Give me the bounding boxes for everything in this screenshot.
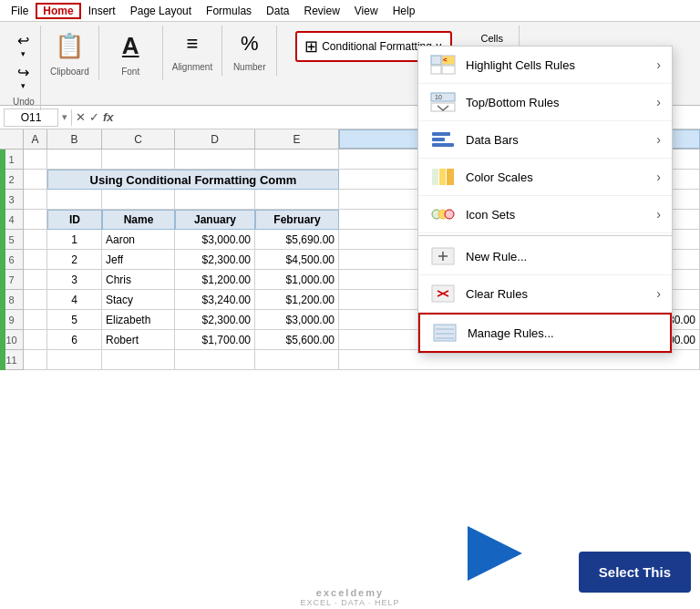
menu-home[interactable]: Home (36, 3, 80, 19)
cell-d10[interactable]: $1,700.00 (175, 330, 255, 350)
top-bottom-rules-item[interactable]: 10 Top/Bottom Rules › (418, 84, 672, 121)
cell-c11[interactable] (102, 350, 175, 370)
cell-a5[interactable] (24, 230, 47, 250)
cell-d9[interactable]: $2,300.00 (175, 310, 255, 330)
cell-d1[interactable] (175, 150, 255, 170)
alignment-button[interactable]: ≡ (182, 29, 203, 58)
cell-b9[interactable]: 5 (47, 310, 102, 330)
cell-e11[interactable] (255, 350, 339, 370)
select-this-button[interactable]: Select This (579, 552, 691, 593)
cell-a10[interactable] (24, 330, 47, 350)
redo-button[interactable]: ↪ ▾ (13, 61, 34, 93)
cell-a8[interactable] (24, 290, 47, 310)
undo-icon: ↩ (17, 32, 29, 49)
col-header-e[interactable]: E (255, 129, 339, 149)
cell-b1[interactable] (47, 150, 102, 170)
col-header-b[interactable]: B (47, 129, 102, 149)
number-button[interactable]: % (236, 29, 263, 58)
new-rule-item[interactable]: New Rule... (418, 238, 672, 275)
cell-e8[interactable]: $1,200.00 (255, 290, 339, 310)
cell-a1[interactable] (24, 150, 47, 170)
color-scales-item[interactable]: Color Scales › (418, 159, 672, 196)
cell-e5[interactable]: $5,690.00 (255, 230, 339, 250)
highlight-cells-rules-item[interactable]: < Highlight Cells Rules › (418, 46, 672, 84)
cell-b6[interactable]: 2 (47, 250, 102, 270)
cell-b8[interactable]: 4 (47, 290, 102, 310)
font-icon: A (122, 32, 139, 60)
undo-button[interactable]: ↩ ▾ (13, 29, 34, 61)
header-january[interactable]: January (175, 210, 255, 230)
menu-help[interactable]: Help (386, 3, 423, 19)
cell-d8[interactable]: $3,240.00 (175, 290, 255, 310)
col-header-a[interactable]: A (24, 129, 47, 149)
top-bottom-arrow: › (656, 95, 661, 109)
col-header-d[interactable]: D (175, 129, 255, 149)
cell-b7[interactable]: 3 (47, 270, 102, 290)
cell-e3[interactable] (255, 190, 339, 210)
cell-e7[interactable]: $1,000.00 (255, 270, 339, 290)
menu-bar: File Home Insert Page Layout Formulas Da… (0, 0, 700, 22)
cell-reference-input[interactable] (4, 108, 58, 127)
font-group: A Font (99, 26, 163, 80)
cell-ref-dropdown[interactable]: ▾ (62, 111, 67, 123)
cell-e6[interactable]: $4,500.00 (255, 250, 339, 270)
cell-a7[interactable] (24, 270, 47, 290)
cell-c1[interactable] (102, 150, 175, 170)
title-cell[interactable]: Using Conditional Formatting Comm (47, 170, 339, 190)
insert-function-icon[interactable]: fx (103, 110, 114, 124)
header-id[interactable]: ID (47, 210, 102, 230)
cf-icon: ⊞ (304, 36, 318, 57)
cell-a9[interactable] (24, 310, 47, 330)
menu-view[interactable]: View (347, 3, 386, 19)
cell-d5[interactable]: $3,000.00 (175, 230, 255, 250)
cell-e10[interactable]: $5,600.00 (255, 330, 339, 350)
cell-e9[interactable]: $3,000.00 (255, 310, 339, 330)
cell-c5[interactable]: Aaron (102, 230, 175, 250)
menu-review[interactable]: Review (296, 3, 346, 19)
cell-c7[interactable]: Chris (102, 270, 175, 290)
cell-d3[interactable] (175, 190, 255, 210)
cell-c10[interactable]: Robert (102, 330, 175, 350)
cell-a2[interactable] (24, 170, 47, 190)
col-header-c[interactable]: C (102, 129, 175, 149)
data-bars-item[interactable]: Data Bars › (418, 121, 672, 159)
clipboard-icon: 📋 (55, 32, 84, 60)
cell-a11[interactable] (24, 350, 47, 370)
cell-a4[interactable] (24, 210, 47, 230)
cell-d6[interactable]: $2,300.00 (175, 250, 255, 270)
cancel-formula-icon[interactable]: ✕ (76, 110, 86, 124)
clipboard-button[interactable]: 📋 (50, 29, 88, 63)
formula-divider (71, 109, 72, 126)
confirm-formula-icon[interactable]: ✓ (89, 110, 99, 124)
svg-rect-13 (447, 169, 454, 185)
cell-b11[interactable] (47, 350, 102, 370)
svg-rect-2 (431, 66, 441, 74)
arrow-indicator (468, 526, 559, 583)
cell-c6[interactable]: Jeff (102, 250, 175, 270)
data-bars-arrow: › (656, 132, 661, 147)
cell-b3[interactable] (47, 190, 102, 210)
cells-group: Cells (465, 26, 520, 47)
cell-c3[interactable] (102, 190, 175, 210)
cell-e1[interactable] (255, 150, 339, 170)
header-name[interactable]: Name (102, 210, 175, 230)
cell-b10[interactable]: 6 (47, 330, 102, 350)
manage-rules-item[interactable]: Manage Rules... (418, 313, 672, 353)
cell-b5[interactable]: 1 (47, 230, 102, 250)
cell-c8[interactable]: Stacy (102, 290, 175, 310)
cell-d11[interactable] (175, 350, 255, 370)
clear-rules-item[interactable]: Clear Rules › (418, 275, 672, 313)
menu-formulas[interactable]: Formulas (199, 3, 259, 19)
icon-sets-item[interactable]: Icon Sets › (418, 196, 672, 233)
font-button[interactable]: A (118, 29, 144, 63)
menu-pagelayout[interactable]: Page Layout (123, 3, 199, 19)
cell-d7[interactable]: $1,200.00 (175, 270, 255, 290)
cell-a3[interactable] (24, 190, 47, 210)
cell-c9[interactable]: Elizabeth (102, 310, 175, 330)
menu-data[interactable]: Data (259, 3, 296, 19)
menu-file[interactable]: File (4, 3, 36, 19)
header-february[interactable]: February (255, 210, 339, 230)
cell-a6[interactable] (24, 250, 47, 270)
menu-insert[interactable]: Insert (81, 3, 123, 19)
manage-rules-label: Manage Rules... (468, 326, 659, 340)
